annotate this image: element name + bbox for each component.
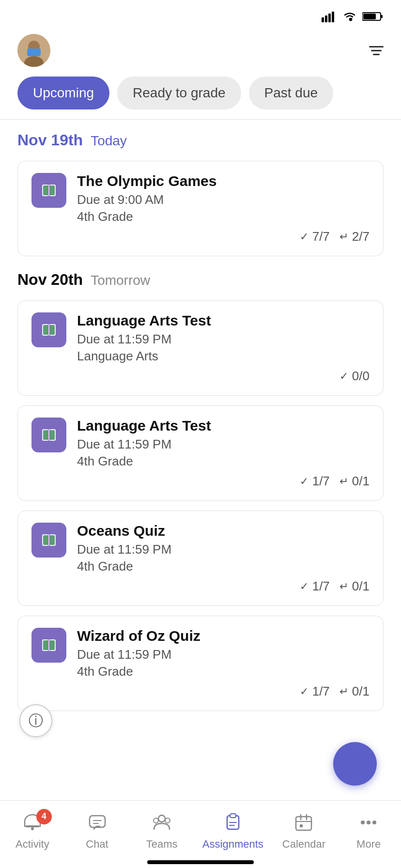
assignment-class: 4th Grade [77, 559, 370, 574]
signal-icon [322, 11, 337, 22]
assignment-icon [31, 312, 66, 347]
tab-ready-to-grade[interactable]: Ready to grade [117, 77, 241, 109]
check-count: 1/7 [312, 474, 330, 489]
avatar[interactable] [17, 34, 50, 67]
assignments-icon [222, 812, 244, 835]
section-0: Nov 19thToday The Olympic GamesDue at 9:… [17, 131, 384, 256]
svg-point-59 [367, 821, 370, 824]
return-count: 2/7 [352, 229, 370, 244]
return-icon: ↵ [339, 580, 348, 593]
divider [0, 119, 401, 120]
date-main-1: Nov 20th [17, 271, 83, 289]
nav-item-activity[interactable]: 4 Activity [8, 812, 57, 851]
check-stat: ✓1/7 [300, 579, 330, 594]
check-icon: ✓ [300, 580, 308, 593]
return-stat: ↵0/1 [339, 579, 370, 594]
create-assignment-button[interactable] [333, 742, 377, 786]
assignment-body: Oceans QuizDue at 11:59 PM4th Grade✓1/7↵… [77, 523, 370, 594]
svg-rect-6 [363, 14, 376, 19]
nav-item-calendar[interactable]: Calendar [279, 812, 328, 851]
assignment-title: Language Arts Test [77, 312, 370, 329]
assignment-icon [31, 523, 66, 558]
return-stat: ↵0/1 [339, 474, 370, 489]
nav-label-calendar: Calendar [282, 838, 325, 851]
return-stat: ↵2/7 [339, 229, 370, 244]
svg-rect-10 [27, 48, 41, 56]
nav-label-activity: Activity [15, 838, 49, 851]
nav-item-chat[interactable]: Chat [73, 812, 122, 851]
header-left [17, 34, 59, 67]
assignment-due: Due at 11:59 PM [77, 542, 370, 557]
svg-rect-53 [296, 817, 311, 830]
assignment-stats: ✓1/7↵0/1 [77, 579, 370, 594]
nav-label-teams: Teams [146, 838, 178, 851]
check-icon: ✓ [300, 231, 308, 243]
return-count: 0/1 [352, 684, 370, 699]
svg-rect-2 [328, 14, 331, 22]
tab-upcoming[interactable]: Upcoming [17, 77, 109, 109]
assignment-due: Due at 9:00 AM [77, 192, 370, 207]
info-icon: ⓘ [29, 711, 43, 731]
assignment-body: Language Arts TestDue at 11:59 PMLanguag… [77, 312, 370, 384]
check-count: 7/7 [312, 229, 330, 244]
svg-rect-41 [26, 825, 39, 827]
header [0, 29, 401, 77]
nav-item-teams[interactable]: Teams [138, 812, 186, 851]
assignment-icon [31, 628, 66, 663]
filter-line-1 [369, 46, 384, 47]
svg-point-58 [361, 821, 365, 824]
notification-badge: 4 [36, 809, 52, 824]
assignment-class: 4th Grade [77, 454, 370, 469]
svg-rect-50 [230, 814, 236, 818]
assignment-title: Language Arts Test [77, 418, 370, 434]
assignment-stats: ✓1/7↵0/1 [77, 474, 370, 489]
check-stat: ✓1/7 [300, 474, 330, 489]
svg-rect-42 [31, 827, 34, 830]
check-icon: ✓ [300, 475, 308, 488]
check-stat: ✓0/0 [339, 369, 370, 384]
more-icon [358, 812, 379, 835]
svg-rect-1 [325, 16, 327, 22]
svg-point-48 [165, 818, 170, 823]
nav-label-more: More [356, 838, 381, 851]
check-stat: ✓1/7 [300, 684, 330, 699]
assignment-card[interactable]: Wizard of Oz QuizDue at 11:59 PM4th Grad… [17, 616, 384, 711]
bottom-nav: 4 Activity Chat Teams Assignments Calend [0, 800, 401, 868]
assignment-stats: ✓0/0 [77, 369, 370, 384]
check-icon: ✓ [300, 685, 308, 698]
date-sub-1: Tomorrow [91, 273, 150, 288]
tab-past-due[interactable]: Past due [249, 77, 334, 109]
nav-item-more[interactable]: More [344, 812, 393, 851]
section-1: Nov 20thTomorrow Language Arts TestDue a… [17, 271, 384, 711]
check-count: 0/0 [352, 369, 370, 384]
assignment-card[interactable]: Language Arts TestDue at 11:59 PMLanguag… [17, 300, 384, 396]
info-button[interactable]: ⓘ [19, 704, 52, 737]
status-bar [0, 0, 401, 29]
home-indicator [147, 860, 254, 864]
nav-label-assignments: Assignments [202, 838, 263, 851]
svg-point-46 [158, 815, 165, 822]
assignment-title: Oceans Quiz [77, 523, 370, 539]
assignment-body: Language Arts TestDue at 11:59 PM4th Gra… [77, 418, 370, 489]
battery-icon [362, 11, 384, 22]
return-stat: ↵0/1 [339, 684, 370, 699]
teams-icon [151, 812, 172, 835]
return-count: 0/1 [352, 474, 370, 489]
svg-rect-3 [332, 12, 334, 22]
return-icon: ↵ [339, 685, 348, 698]
assignment-icon [31, 173, 66, 208]
wifi-icon [342, 11, 357, 22]
date-main-0: Nov 19th [17, 131, 83, 149]
chat-icon [87, 812, 108, 835]
nav-item-assignments[interactable]: Assignments [202, 812, 263, 851]
assignment-class: 4th Grade [77, 209, 370, 224]
filter-button[interactable] [367, 46, 384, 55]
assignment-card[interactable]: Language Arts TestDue at 11:59 PM4th Gra… [17, 405, 384, 501]
assignment-stats: ✓7/7↵2/7 [77, 229, 370, 244]
assignment-card[interactable]: Oceans QuizDue at 11:59 PM4th Grade✓1/7↵… [17, 511, 384, 606]
check-icon: ✓ [339, 370, 348, 383]
return-icon: ↵ [339, 231, 348, 243]
assignment-card[interactable]: The Olympic GamesDue at 9:00 AM4th Grade… [17, 161, 384, 256]
svg-rect-43 [90, 816, 105, 827]
check-count: 1/7 [312, 579, 330, 594]
